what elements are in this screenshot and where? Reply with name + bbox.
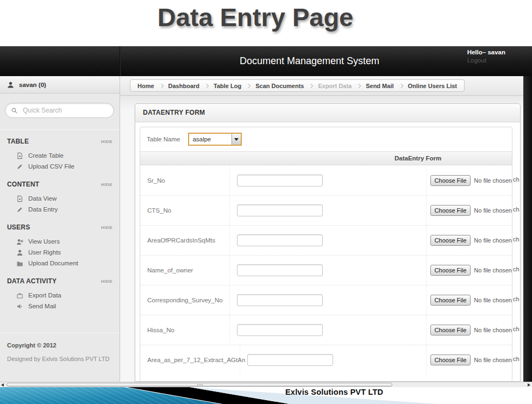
sidebar-item-upload-csv-file[interactable]: Upload CSV File <box>16 161 112 172</box>
search-icon <box>11 107 18 114</box>
sidebar-item-user-rights[interactable]: User Rights <box>16 247 112 258</box>
hide-toggle[interactable]: HIDE <box>101 279 112 284</box>
folder-icon <box>16 260 23 267</box>
user-add-icon <box>16 238 23 245</box>
pencil-icon <box>16 206 23 213</box>
field-label: Name_of_owner <box>140 256 230 285</box>
field-input-corresponding-survey-no[interactable] <box>237 294 323 306</box>
file-upload-cell: Choose FileNo file chosen <box>427 345 512 375</box>
sidebar-item-upload-document[interactable]: Upload Document <box>16 258 112 269</box>
table-name-label: Table Name <box>147 136 180 142</box>
field-input-areaofprcardsinsqmts[interactable] <box>237 234 323 246</box>
choose-file-button[interactable]: Choose File <box>430 175 471 186</box>
app-header: Document Management System Hello– savan … <box>0 46 532 76</box>
field-label: Corresponding_Survey_No <box>140 285 230 315</box>
footer-ribbon-graphic <box>0 387 532 404</box>
scroll-left-arrow[interactable] <box>1 383 4 387</box>
sidebar-divider <box>0 129 120 130</box>
logout-link[interactable]: Logout <box>467 57 505 64</box>
breadcrumb-item-home[interactable]: Home <box>133 83 159 89</box>
field-input-sr-no[interactable] <box>237 175 323 187</box>
clipped-text-fragment: ch <box>513 254 521 284</box>
pencil-icon <box>16 163 23 170</box>
quick-search-box[interactable] <box>5 103 114 118</box>
right-edge-strip <box>523 76 532 382</box>
scrollbar-thumb[interactable] <box>7 383 392 387</box>
choose-file-button[interactable]: Choose File <box>430 355 471 365</box>
field-input-name-of-owner[interactable] <box>237 264 323 276</box>
sidebar-item-data-entry[interactable]: Data Entry <box>16 204 112 215</box>
chevron-right-icon <box>398 83 403 88</box>
choose-file-button[interactable]: Choose File <box>430 265 471 276</box>
sidebar-section-table: TABLEHIDECreate TableUpload CSV File <box>0 131 120 174</box>
no-file-chosen-text: No file chosen <box>474 267 512 274</box>
field-input-cell <box>230 256 427 285</box>
sidebar-item-data-view[interactable]: Data View <box>16 193 112 204</box>
sidebar-item-view-users[interactable]: View Users <box>16 236 112 247</box>
sidebar-item-label: Upload Document <box>28 260 78 266</box>
form-header-text: DataEntry Form <box>395 152 441 165</box>
table-name-value: asalpe <box>189 134 231 145</box>
greeting-text: Hello– savan <box>467 49 505 55</box>
sidebar-item-label: Data View <box>28 195 57 202</box>
form-row-hissa-no: Hissa_NoChoose FileNo file chosen <box>140 315 512 345</box>
scrollbar-grip <box>197 384 203 386</box>
file-upload-cell: Choose FileNo file chosen <box>427 256 512 285</box>
field-label: CTS_No <box>140 196 230 225</box>
sidebar-item-send-mail[interactable]: Send Mail <box>16 301 112 312</box>
field-label: AreaOfPRCardsInSqMts <box>140 226 230 255</box>
sidebar-item-export-data[interactable]: Export Data <box>16 290 112 301</box>
choose-file-button[interactable]: Choose File <box>430 235 471 246</box>
breadcrumb-item-send-mail[interactable]: Send Mail <box>361 83 398 89</box>
search-input[interactable] <box>22 106 109 115</box>
choose-file-button[interactable]: Choose File <box>430 295 471 306</box>
horizontal-scrollbar[interactable] <box>0 382 532 387</box>
box-icon <box>16 292 23 299</box>
sidebar-footer-divider <box>0 333 120 333</box>
table-name-select[interactable]: asalpe <box>188 133 242 146</box>
scroll-right-arrow[interactable] <box>528 383 530 387</box>
field-input-cell <box>230 226 427 255</box>
panel-title: DATAENTRY FORM <box>135 104 520 122</box>
clipped-text-fragment: ch <box>513 165 521 195</box>
breadcrumb-item-dashboard[interactable]: Dashboard <box>164 83 204 89</box>
chevron-right-icon <box>204 83 209 88</box>
field-input-cts-no[interactable] <box>237 204 323 216</box>
file-upload-cell: Choose FileNo file chosen <box>427 226 512 255</box>
breadcrumb: HomeDashboardTable LogScan DocumentsExpo… <box>130 79 465 92</box>
breadcrumb-bar: HomeDashboardTable LogScan DocumentsExpo… <box>120 76 532 96</box>
chevron-down-icon[interactable] <box>231 134 241 145</box>
clipped-text-fragment: ch <box>513 195 521 225</box>
form-row-corresponding-survey-no: Corresponding_Survey_NoChoose FileNo fil… <box>140 285 512 315</box>
search-wrap <box>0 94 120 129</box>
designed-by-text: Designed by Exlvis Solutions PVT LTD <box>0 349 120 362</box>
field-input-cell <box>230 315 427 345</box>
choose-file-button[interactable]: Choose File <box>430 325 471 335</box>
breadcrumb-item-online-users-list[interactable]: Online Users List <box>403 83 462 89</box>
field-input-hissa-no[interactable] <box>237 324 323 336</box>
breadcrumb-item-table-log[interactable]: Table Log <box>209 83 246 89</box>
sidebar-item-label: Create Table <box>28 152 64 159</box>
form-row-name-of-owner: Name_of_ownerChoose FileNo file chosen <box>140 255 512 285</box>
no-file-chosen-text: No file chosen <box>474 357 512 363</box>
form-row-cts-no: CTS_NoChoose FileNo file chosen <box>140 195 512 225</box>
hide-toggle[interactable]: HIDE <box>101 182 112 187</box>
dataentry-panel: DATAENTRY FORM Table Name asalpe DataEnt… <box>135 103 521 382</box>
field-input-area-as-per-7-12-extract-agtan[interactable] <box>247 354 333 366</box>
choose-file-button[interactable]: Choose File <box>430 205 471 216</box>
sidebar-item-label: View Users <box>28 238 60 245</box>
slide: Data Entry Page Document Management Syst… <box>0 0 532 404</box>
clipped-overflow-column: chchchchchchch <box>513 165 521 374</box>
clipped-text-fragment: ch <box>513 284 521 314</box>
chevron-right-icon <box>246 83 251 88</box>
section-title: TABLE <box>7 138 29 145</box>
sidebar-username: savan (0) <box>19 82 46 88</box>
hide-toggle[interactable]: HIDE <box>101 225 112 230</box>
breadcrumb-item-scan-documents[interactable]: Scan Documents <box>251 83 309 89</box>
sidebar-section-data-activity: DATA ACTIVITYHIDEExport DataSend Mail <box>0 271 120 314</box>
hide-toggle[interactable]: HIDE <box>101 139 112 144</box>
section-title: DATA ACTIVITY <box>7 277 57 285</box>
app-title: Document Management System <box>120 46 499 76</box>
sidebar-item-create-table[interactable]: Create Table <box>16 150 112 161</box>
no-file-chosen-text: No file chosen <box>474 237 512 244</box>
